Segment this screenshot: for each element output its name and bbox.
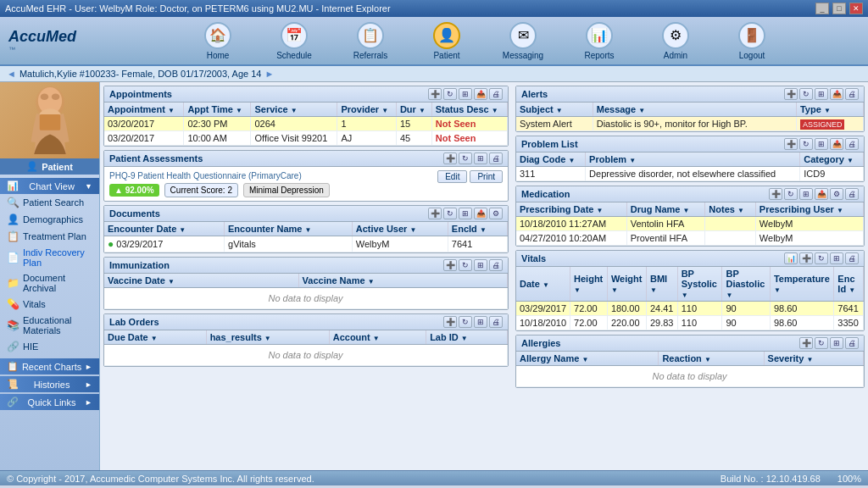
nav-item-admin[interactable]: ⚙ Admin xyxy=(646,22,705,60)
prob-refresh-icon[interactable]: ↻ xyxy=(799,138,813,150)
edit-button[interactable]: Edit xyxy=(437,170,467,183)
sidebar-item-document-archival[interactable]: 📁 Document Archival xyxy=(0,270,99,296)
lab-col-due[interactable]: Due Date ▼ xyxy=(104,330,206,345)
appt-col-time[interactable]: Appt Time ▼ xyxy=(184,103,251,117)
allergy-col-severity[interactable]: Severity ▼ xyxy=(764,352,863,366)
window-controls[interactable]: _ □ ✕ xyxy=(815,3,863,14)
chart-view-header[interactable]: 📊 Chart View ▼ xyxy=(0,178,99,194)
med-refresh-icon[interactable]: ↻ xyxy=(784,188,798,200)
appointments-grid-icon[interactable]: ⊞ xyxy=(459,88,472,100)
vitals-grid-icon[interactable]: ⊞ xyxy=(830,252,843,264)
lab-print-icon[interactable]: 🖨 xyxy=(489,316,503,328)
allergy-refresh-icon[interactable]: ↻ xyxy=(815,337,828,349)
doc-col-encid[interactable]: EncId ▼ xyxy=(448,222,507,236)
appointments-add-icon[interactable]: ➕ xyxy=(428,88,442,100)
alerts-grid-icon[interactable]: ⊞ xyxy=(815,88,828,100)
med-add-icon[interactable]: ➕ xyxy=(769,188,782,200)
vitals-col-bpd[interactable]: BP Diastolic ▼ xyxy=(722,267,770,302)
documents-export-icon[interactable]: 📤 xyxy=(474,208,487,219)
med-col-date[interactable]: Prescribing Date ▼ xyxy=(516,202,626,217)
immun-col-date[interactable]: Vaccine Date ▼ xyxy=(104,274,298,288)
assessments-refresh-icon[interactable]: ↻ xyxy=(459,152,472,164)
appt-col-dur[interactable]: Dur ▼ xyxy=(396,103,431,117)
table-row[interactable]: 04/27/2010 10:20AM Proventil HFA WelbyM xyxy=(516,231,864,246)
lab-refresh-icon[interactable]: ↻ xyxy=(459,316,472,328)
vitals-chart-icon[interactable]: 📊 xyxy=(784,252,798,264)
documents-extra-icon[interactable]: ⚙ xyxy=(489,208,503,219)
appt-col-status[interactable]: Status Desc ▼ xyxy=(431,103,507,117)
med-export-icon[interactable]: 📤 xyxy=(815,188,828,200)
nav-item-referrals[interactable]: 📋 Referrals xyxy=(341,22,400,60)
nav-item-logout[interactable]: 🚪 Logout xyxy=(722,22,782,60)
allergy-col-reaction[interactable]: Reaction ▼ xyxy=(659,352,764,366)
sidebar-item-indiv-recovery-plan[interactable]: 📄 Indiv Recovery Plan xyxy=(0,245,99,270)
sidebar-item-vitals[interactable]: 💊 Vitals xyxy=(0,296,99,313)
sidebar-item-treatment-plan[interactable]: 📋 Treatment Plan xyxy=(0,228,99,245)
doc-col-date[interactable]: Encounter Date ▼ xyxy=(104,222,225,236)
med-print-icon[interactable]: 🖨 xyxy=(845,188,859,200)
documents-grid-icon[interactable]: ⊞ xyxy=(459,208,472,219)
prob-col-problem[interactable]: Problem ▼ xyxy=(586,152,800,167)
lab-col-account[interactable]: Account ▼ xyxy=(329,330,426,345)
vitals-add-icon[interactable]: ➕ xyxy=(799,252,813,264)
vitals-col-date[interactable]: Date ▼ xyxy=(516,267,570,302)
print-button[interactable]: Print xyxy=(470,170,503,183)
documents-refresh-icon[interactable]: ↻ xyxy=(443,208,457,219)
appt-col-date[interactable]: Appointment ▼ xyxy=(104,103,184,117)
vitals-col-height[interactable]: Height ▼ xyxy=(570,267,608,302)
nav-item-messaging[interactable]: ✉ Messaging xyxy=(493,22,553,60)
immun-add-icon[interactable]: ➕ xyxy=(443,259,457,271)
lab-grid-icon[interactable]: ⊞ xyxy=(474,316,487,328)
minimize-button[interactable]: _ xyxy=(815,3,829,14)
assessments-add-icon[interactable]: ➕ xyxy=(443,152,457,164)
nav-arrow-left[interactable]: ◄ xyxy=(7,69,16,79)
vitals-refresh-icon[interactable]: ↻ xyxy=(815,252,828,264)
lab-col-id[interactable]: Lab ID ▼ xyxy=(426,330,508,345)
immun-col-name[interactable]: Vaccine Name ▼ xyxy=(298,274,507,288)
prob-col-code[interactable]: Diag Code ▼ xyxy=(516,152,586,167)
appointments-print-icon[interactable]: 🖨 xyxy=(489,88,503,100)
table-row[interactable]: 03/29/2017 72.00 180.00 24.41 110 90 98.… xyxy=(516,302,864,316)
appt-col-service[interactable]: Service ▼ xyxy=(251,103,337,117)
alerts-add-icon[interactable]: ➕ xyxy=(784,88,798,100)
maximize-button[interactable]: □ xyxy=(832,3,846,14)
assessments-grid-icon[interactable]: ⊞ xyxy=(474,152,487,164)
lab-add-icon[interactable]: ➕ xyxy=(443,316,457,328)
med-col-notes[interactable]: Notes ▼ xyxy=(705,202,756,217)
table-row[interactable]: System Alert Diastolic is 90+, monitor f… xyxy=(516,117,864,131)
sidebar-item-demographics[interactable]: 👤 Demographics xyxy=(0,211,99,228)
close-button[interactable]: ✕ xyxy=(849,3,863,14)
table-row[interactable]: 03/20/2017 10:00 AM Office Visit 99201 A… xyxy=(104,131,508,146)
alerts-export-icon[interactable]: 📤 xyxy=(830,88,843,100)
assessments-print-icon[interactable]: 🖨 xyxy=(489,152,503,164)
quick-links-header[interactable]: 🔗 Quick Links ► xyxy=(0,394,99,410)
alert-col-type[interactable]: Type ▼ xyxy=(796,103,863,117)
vitals-col-bmi[interactable]: BMI ▼ xyxy=(646,267,677,302)
immun-refresh-icon[interactable]: ↻ xyxy=(459,259,472,271)
table-row[interactable]: 10/18/2010 72.00 220.00 29.83 110 90 98.… xyxy=(516,316,864,330)
histories-header[interactable]: 📜 Histories ► xyxy=(0,376,99,392)
recent-charts-header[interactable]: 📋 Recent Charts ► xyxy=(0,358,99,374)
table-row[interactable]: 10/18/2010 11:27AM Ventolin HFA WelbyM xyxy=(516,217,864,231)
vitals-print-icon[interactable]: 🖨 xyxy=(845,252,859,264)
med-col-user[interactable]: Prescribing User ▼ xyxy=(755,202,863,217)
prob-print-icon[interactable]: 🖨 xyxy=(845,138,859,150)
alert-col-message[interactable]: Message ▼ xyxy=(593,103,796,117)
table-row[interactable]: ● 03/29/2017 gVitals WelbyM 7641 xyxy=(104,236,508,252)
vitals-col-temp[interactable]: Temperature ▼ xyxy=(770,267,833,302)
immun-grid-icon[interactable]: ⊞ xyxy=(474,259,487,271)
prob-grid-icon[interactable]: ⊞ xyxy=(815,138,828,150)
appointments-refresh-icon[interactable]: ↻ xyxy=(443,88,457,100)
lab-col-results[interactable]: has_results ▼ xyxy=(206,330,329,345)
alerts-refresh-icon[interactable]: ↻ xyxy=(799,88,813,100)
sidebar-item-hie[interactable]: 🔗 HIE xyxy=(0,338,99,355)
table-row[interactable]: 03/20/2017 02:30 PM 0264 1 15 Not Seen xyxy=(104,117,508,131)
nav-item-home[interactable]: 🏠 Home xyxy=(188,22,248,60)
alert-col-subject[interactable]: Subject ▼ xyxy=(516,103,593,117)
documents-add-icon[interactable]: ➕ xyxy=(428,208,442,219)
med-col-drug[interactable]: Drug Name ▼ xyxy=(626,202,705,217)
sidebar-item-patient-search[interactable]: 🔍 Patient Search xyxy=(0,194,99,211)
nav-item-reports[interactable]: 📊 Reports xyxy=(570,22,629,60)
allergy-col-name[interactable]: Allergy Name ▼ xyxy=(516,352,659,366)
nav-item-schedule[interactable]: 📅 Schedule xyxy=(264,22,324,60)
